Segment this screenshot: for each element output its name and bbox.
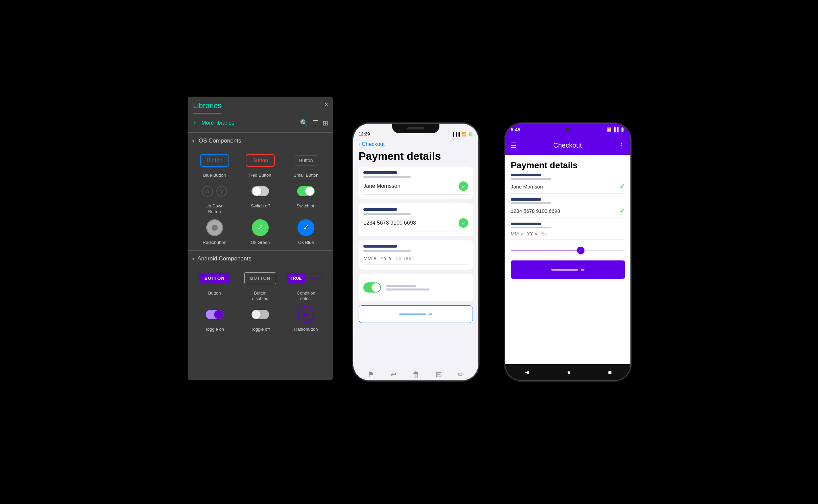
android-radio-label: Radiobutton xyxy=(294,327,318,332)
android-expiry-group: MM ∨ YY ∨ Ex. xyxy=(511,223,625,240)
condition-true[interactable]: TRUE xyxy=(287,274,305,283)
android-button-disabled-visual: BUTTON xyxy=(244,268,276,288)
ios-ok-blue-label: Ok Blue xyxy=(298,240,314,246)
search-icon[interactable]: 🔍 xyxy=(300,119,308,127)
android-button-visual: BUTTON xyxy=(199,268,230,288)
ios-grid-icon[interactable]: ⊟ xyxy=(436,370,442,379)
android-button[interactable]: BUTTON xyxy=(199,273,230,284)
ios-back-label: Checkout xyxy=(362,141,385,147)
android-cta-line xyxy=(551,269,578,271)
ios-ok-green[interactable]: ✓ xyxy=(252,219,269,236)
more-libraries-button[interactable]: More libraries xyxy=(201,120,296,126)
ios-undo-icon[interactable]: ↩ xyxy=(390,370,396,379)
ios-small-button[interactable]: Button xyxy=(294,155,318,166)
ios-expiry-card: MM ∨ YY ∨ Ex. 000 xyxy=(359,240,473,270)
ios-ok-blue[interactable]: ✓ xyxy=(297,219,314,236)
android-section-arrow[interactable]: ▾ xyxy=(192,256,195,261)
ios-blue-button-item: Button Blue Button xyxy=(192,150,237,178)
down-arrow-button[interactable]: ∨ xyxy=(216,186,227,197)
android-back-nav-icon[interactable]: ◄ xyxy=(524,369,530,376)
android-recent-nav-icon[interactable]: ■ xyxy=(608,369,612,376)
android-mm-chevron: ∨ xyxy=(520,231,523,236)
android-radio-inner-icon: ▶ xyxy=(303,310,309,319)
ios-edit-icon[interactable]: ✏ xyxy=(458,370,464,379)
ios-section-arrow[interactable]: ▾ xyxy=(192,138,195,144)
grid-icon[interactable]: ⊞ xyxy=(322,119,328,127)
android-slider-thumb[interactable] xyxy=(577,247,584,254)
condition-select-visual: TRUE FALSE xyxy=(287,268,325,288)
ios-name-field-label xyxy=(363,171,397,174)
android-camera xyxy=(566,128,570,132)
ios-radio-label: Radiobutton xyxy=(203,240,226,246)
condition-select-item: TRUE FALSE Conditionselect xyxy=(284,268,328,302)
ios-radiobutton[interactable] xyxy=(206,219,223,236)
android-toggle-off-label: Toggle off xyxy=(251,327,270,332)
android-mm-select[interactable]: MM ∨ xyxy=(511,231,523,236)
ios-page-title: Payment details xyxy=(353,149,478,167)
android-yy-select[interactable]: YY ∨ xyxy=(527,231,538,236)
ios-red-button-visual: Button xyxy=(246,150,275,171)
android-radio-item: ▶ Radiobutton xyxy=(284,304,328,332)
android-more-icon[interactable]: ⋮ xyxy=(618,141,625,149)
ios-name-value: Jane Morrisson xyxy=(363,183,400,189)
ios-radio-item: Radiobutton xyxy=(192,218,237,246)
android-button-disabled-item: BUTTON Buttondisabled xyxy=(238,268,282,302)
ios-switch-on-visual xyxy=(297,181,315,201)
close-button[interactable]: × xyxy=(324,101,328,108)
ios-trash-icon[interactable]: 🗑 xyxy=(412,370,420,379)
android-status-icons: 📶 ▐▐ 🔋 xyxy=(606,127,625,132)
ios-yy-chevron: ∨ xyxy=(388,255,392,261)
android-expiry-label-bar xyxy=(511,223,541,225)
ios-blue-button[interactable]: Button xyxy=(200,154,229,167)
android-toggle-off-visual xyxy=(251,304,269,325)
android-toggle-off[interactable] xyxy=(251,310,269,319)
android-card-label-bar xyxy=(511,198,541,201)
notch-speaker xyxy=(407,127,424,129)
android-button-item: BUTTON Button xyxy=(192,268,237,302)
ios-card-value: 1234 5678 9100 6698 xyxy=(363,220,416,226)
ios-yy-select[interactable]: YY ∨ xyxy=(380,255,392,261)
ios-cta-button[interactable] xyxy=(359,305,473,323)
ios-mm-select[interactable]: MM ∨ xyxy=(363,255,377,261)
android-toolbar-title: Checkout xyxy=(553,142,582,149)
ios-payment-toggle[interactable] xyxy=(363,282,381,293)
ios-switch-off-item: Switch off xyxy=(238,181,282,215)
condition-select[interactable]: TRUE FALSE xyxy=(287,273,325,283)
ios-blue-button-label: Blue Button xyxy=(203,173,226,178)
condition-false[interactable]: FALSE xyxy=(305,274,325,283)
ios-cta-dot xyxy=(429,313,432,315)
ios-section-label: iOS Components xyxy=(197,137,241,144)
ios-card-field-label xyxy=(363,208,397,211)
ios-expiry-row: MM ∨ YY ∨ Ex. 000 xyxy=(363,252,468,265)
phones-container: 12:29 ▐▐▐ 📶 🔋 ‹ Checkout Payment details xyxy=(353,124,630,380)
android-battery-icon: 🔋 xyxy=(620,127,625,132)
ios-payment-toggle-knob xyxy=(371,283,380,292)
android-nav-bar: ◄ ● ■ xyxy=(505,364,630,380)
android-screen: Payment details Jane Morrison ✓ 1234 567… xyxy=(505,155,630,364)
up-arrow-button[interactable]: ∧ xyxy=(202,186,213,197)
android-name-group: Jane Morrison ✓ xyxy=(511,174,625,194)
android-radiobutton[interactable]: ▶ xyxy=(297,306,314,323)
android-slider-track[interactable] xyxy=(511,250,625,251)
condition-select-label: Conditionselect xyxy=(297,291,315,302)
android-home-nav-icon[interactable]: ● xyxy=(567,369,571,376)
android-name-row: Jane Morrison ✓ xyxy=(511,180,625,194)
android-slider-row xyxy=(511,244,625,256)
ios-switch-on-knob xyxy=(305,187,314,196)
ios-red-button[interactable]: Button xyxy=(246,154,275,167)
list-icon[interactable]: ☰ xyxy=(312,119,318,127)
ios-switch-off[interactable] xyxy=(251,186,269,196)
android-cta-button[interactable] xyxy=(511,260,625,279)
ios-back-button[interactable]: ‹ Checkout xyxy=(359,141,473,147)
updown-arrows: ∧ ∨ xyxy=(202,186,227,197)
android-toggle-on-label: Toggle on xyxy=(205,327,224,332)
panel-toolbar: + More libraries 🔍 ☰ ⊞ xyxy=(188,114,333,132)
add-library-button[interactable]: + xyxy=(192,118,197,128)
android-toggle-on[interactable] xyxy=(206,310,223,319)
ios-switch-on[interactable] xyxy=(297,186,315,196)
android-name-check: ✓ xyxy=(619,182,625,191)
android-toggle-on-knob xyxy=(214,310,223,319)
ios-flag-icon[interactable]: ⚑ xyxy=(368,370,375,379)
ios-switch-on-item: Switch on xyxy=(284,181,328,215)
android-hamburger-icon[interactable]: ☰ xyxy=(511,141,517,149)
